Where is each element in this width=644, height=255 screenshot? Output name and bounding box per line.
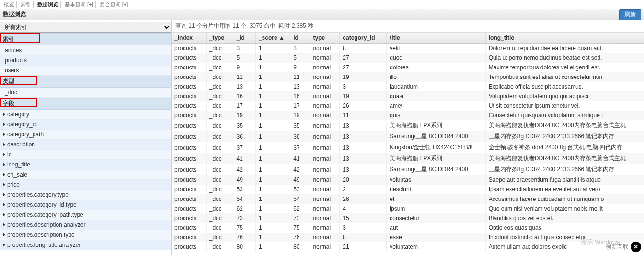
- table-row[interactable]: products_doc42142normal13Samsung/三星 8G D…: [172, 164, 644, 175]
- field-item[interactable]: properties.description.type: [0, 230, 171, 240]
- col-title[interactable]: title: [387, 33, 485, 44]
- table-row[interactable]: products_doc515normal27quodQuia ut porro…: [172, 53, 644, 63]
- table-row[interactable]: products_doc919normal27doloresMaxime tem…: [172, 63, 644, 72]
- table-row[interactable]: products_doc75175normal3autOptio eos qua…: [172, 223, 644, 233]
- col-_index[interactable]: _index: [172, 33, 206, 44]
- table-row[interactable]: products_doc35135normal13美商海盗船 LPX系列美商海盗…: [172, 120, 644, 131]
- table-row[interactable]: products_doc53153normal2nesciuntIpsam ex…: [172, 185, 644, 194]
- col-category_id[interactable]: category_id: [340, 33, 387, 44]
- results-table: _index_type_id_score ▲idtypecategory_idt…: [172, 33, 644, 252]
- index-selector[interactable]: 所有索引: [0, 22, 171, 33]
- table-row[interactable]: products_doc49149normal20voluptasSaepe a…: [172, 175, 644, 185]
- refresh-button[interactable]: 刷新: [619, 9, 641, 20]
- expand-icon: [3, 122, 5, 126]
- tab-0[interactable]: 概览: [2, 1, 17, 8]
- table-row[interactable]: products_doc54154normal26etAccusamus fac…: [172, 194, 644, 204]
- field-item[interactable]: description: [0, 140, 171, 150]
- table-row[interactable]: products_doc80180normal21voluptatemAutem…: [172, 242, 644, 252]
- type-item[interactable]: _doc: [0, 88, 171, 98]
- col-long_title[interactable]: long_title: [485, 33, 644, 44]
- tab-2[interactable]: 数据浏览: [35, 1, 61, 8]
- main-panel: 查询 11 个分片中用的 11 个. 3075 命中. 耗时 2.385 秒 _…: [172, 20, 644, 255]
- expand-icon: [3, 213, 5, 217]
- col-_score[interactable]: _score ▲: [255, 33, 290, 44]
- index-item[interactable]: artices: [0, 45, 171, 55]
- index-item[interactable]: users: [0, 66, 171, 76]
- expand-icon: [3, 153, 5, 156]
- expand-icon: [3, 163, 5, 166]
- section-field: 字段: [0, 98, 171, 110]
- field-item[interactable]: properties.description.analyzer: [0, 220, 171, 230]
- expand-icon: [3, 223, 5, 227]
- col-_type[interactable]: _type: [206, 33, 233, 44]
- sidebar: 所有索引 索引 articesproductsusers 类型 _doc 字段 …: [0, 20, 172, 255]
- field-item[interactable]: properties.category_path.type: [0, 210, 171, 220]
- field-item[interactable]: category_id: [0, 120, 171, 130]
- expand-icon: [3, 112, 5, 116]
- table-row[interactable]: products_doc13113normal3laudantiumExplic…: [172, 82, 644, 91]
- field-item[interactable]: properties.category.type: [0, 190, 171, 200]
- expand-icon: [3, 173, 5, 177]
- section-index: 索引: [0, 33, 171, 45]
- col-id[interactable]: id: [290, 33, 310, 44]
- field-item[interactable]: price: [0, 180, 171, 190]
- query-status: 查询 11 个分片中用的 11 个. 3075 命中. 耗时 2.385 秒: [172, 20, 644, 33]
- col-_id[interactable]: _id: [233, 33, 255, 44]
- field-item[interactable]: id: [0, 150, 171, 160]
- header-bar: 数据浏览 刷新: [0, 9, 644, 20]
- table-row[interactable]: products_doc37137normal13Kingston/金士顿 HX…: [172, 142, 644, 153]
- table-row[interactable]: products_doc36136normal13Samsung/三星 8G D…: [172, 131, 644, 142]
- top-tabs: 概览索引数据浏览基本查询 [+]复合查询 [+]: [0, 0, 644, 9]
- table-row[interactable]: products_doc41141normal13美商海盗船 LPX系列美商海盗…: [172, 153, 644, 164]
- expand-icon: [3, 233, 5, 237]
- table-row[interactable]: products_doc17117normal26ametUt sit cons…: [172, 101, 644, 111]
- tab-4[interactable]: 复合查询 [+]: [98, 1, 131, 8]
- table-row[interactable]: products_doc73173normal15consecteturBlan…: [172, 213, 644, 223]
- expand-icon: [3, 133, 5, 136]
- expand-icon: [3, 143, 5, 146]
- table-row[interactable]: products_doc16116normal19quasiVoluptatem…: [172, 91, 644, 101]
- expand-icon: [3, 183, 5, 187]
- field-item[interactable]: properties.category_id.type: [0, 200, 171, 210]
- col-type[interactable]: type: [310, 33, 340, 44]
- expand-icon: [3, 243, 5, 247]
- expand-icon: [3, 203, 5, 207]
- tab-3[interactable]: 基本查询 [+]: [63, 1, 96, 8]
- field-item[interactable]: properties.long_title.analyzer: [0, 240, 171, 250]
- table-row[interactable]: products_doc62162normal4ipsumQuo eum nis…: [172, 204, 644, 213]
- expand-icon: [3, 193, 5, 197]
- table-row[interactable]: products_doc11111normal19illoTemporibus …: [172, 72, 644, 82]
- field-item[interactable]: long_title: [0, 160, 171, 170]
- field-item[interactable]: on_sale: [0, 170, 171, 180]
- field-item[interactable]: category: [0, 110, 171, 120]
- table-row[interactable]: products_doc76176normal8esseIncidunt dis…: [172, 233, 644, 242]
- table-row[interactable]: products_doc313normal8velitDolorem ut re…: [172, 44, 644, 54]
- section-type: 类型: [0, 76, 171, 88]
- page-title: 数据浏览: [3, 11, 26, 19]
- tab-1[interactable]: 索引: [19, 1, 34, 8]
- field-item[interactable]: category_path: [0, 130, 171, 140]
- index-item[interactable]: products: [0, 55, 171, 66]
- table-row[interactable]: products_doc19119normal11quisConsectetur…: [172, 111, 644, 120]
